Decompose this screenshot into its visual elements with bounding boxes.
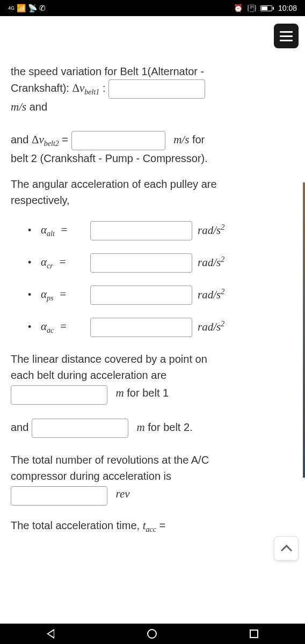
status-bar: 4G 📶 📡 ✆ ⏰ 📳 10:08 (0, 0, 305, 16)
row-alpha-ac: • αac = rad/s2 (28, 318, 294, 337)
navigation-bar (0, 624, 305, 644)
nav-recent-button[interactable] (250, 630, 258, 638)
text-colon: : (103, 82, 108, 94)
network-indicator: 4G (8, 5, 14, 11)
unit-ms-1: m/s (11, 100, 26, 113)
input-alpha-ps[interactable] (90, 286, 192, 305)
bullet-icon: • (28, 288, 41, 302)
delta-v-belt2-symbol: Δvbelt2 (32, 133, 59, 146)
input-alpha-alt[interactable] (90, 221, 192, 240)
text-equals-1: = (62, 134, 71, 145)
text-for-belt1: for belt 1 (127, 387, 169, 399)
unit-rads2-ac: rad/s2 (198, 318, 224, 336)
alpha-ps-label: αps = (41, 286, 90, 304)
text-angular-1: The angular acceleration of each pulley … (11, 178, 217, 190)
alpha-cr-label: αcr = (41, 254, 90, 272)
input-alpha-cr[interactable] (90, 253, 192, 273)
text-crankshaft: Crankshaft): (11, 82, 72, 94)
text-rev-2: compressor during acceleration is (11, 470, 171, 482)
alarm-icon: ⏰ (234, 4, 243, 12)
input-revolutions[interactable] (11, 486, 107, 506)
alpha-alt-label: αalt = (41, 222, 90, 239)
text-for-belt2: for belt 2. (148, 421, 192, 433)
unit-rev: rev (116, 487, 130, 500)
text-for-1: for (192, 134, 205, 145)
text-and-3: and (11, 421, 32, 433)
paragraph-revolutions: The total number of revolutions at the A… (11, 452, 294, 506)
text-tacc: The total acceleration time, (11, 519, 143, 531)
text-linear-1: The linear distance covered by a point o… (11, 353, 207, 365)
menu-button[interactable] (274, 24, 299, 48)
tacc-symbol: tacc (143, 519, 156, 532)
paragraph-angular: The angular acceleration of each pulley … (11, 176, 294, 208)
clock-time: 10:08 (278, 4, 297, 12)
row-alpha-ps: • αps = rad/s2 (28, 286, 294, 305)
status-right: ⏰ 📳 10:08 (234, 4, 297, 12)
bullet-icon: • (28, 223, 41, 238)
paragraph-belt1: the speed variation for Belt 1(Alternato… (11, 63, 294, 116)
text-and-2: and (11, 134, 32, 145)
unit-ms-2: m/s (173, 133, 189, 146)
wifi-icon: 📡 (28, 4, 37, 12)
paragraph-tacc: The total acceleration time, tacc = (11, 517, 294, 535)
text-angular-2: respectively, (11, 194, 70, 206)
input-dv-belt2[interactable] (71, 131, 165, 150)
unit-rads2-alt: rad/s2 (198, 222, 224, 239)
unit-rads2-ps: rad/s2 (198, 286, 224, 304)
bullet-icon: • (28, 255, 41, 270)
paragraph-dist-belt2: and m for belt 2. (11, 419, 294, 438)
nav-back-button[interactable] (47, 629, 54, 639)
row-alpha-alt: • αalt = rad/s2 (28, 221, 294, 240)
main-content: the speed variation for Belt 1(Alternato… (0, 16, 305, 624)
paragraph-belt2: and Δvbelt2 = m/s for belt 2 (Crankshaft… (11, 131, 294, 166)
text-and-1: and (30, 101, 47, 113)
unit-m-belt2: m (137, 421, 145, 434)
alpha-ac-label: αac = (41, 318, 90, 336)
signal-icon: 📶 (17, 4, 26, 12)
text-equals-2: = (159, 519, 166, 531)
bullet-icon: • (28, 320, 41, 334)
input-dv-belt1[interactable] (108, 79, 205, 99)
text-linear-2: each belt during acceleration are (11, 369, 166, 381)
text-belt2-desc: belt 2 (Crankshaft - Pump - Compressor). (11, 152, 208, 164)
scroll-to-top-button[interactable] (274, 536, 299, 561)
unit-m-belt1: m (116, 386, 124, 399)
whatsapp-icon: ✆ (39, 4, 46, 12)
text-rev-1: The total number of revolutions at the A… (11, 454, 209, 466)
delta-v-belt1-symbol: ΔΔvvbelt1 (72, 82, 99, 94)
battery-icon (260, 5, 274, 11)
background-edge (303, 182, 305, 478)
input-alpha-ac[interactable] (90, 318, 192, 337)
input-dist-belt1[interactable] (11, 385, 107, 405)
unit-rads2-cr: rad/s2 (198, 254, 224, 272)
status-left: 4G 📶 📡 ✆ (8, 4, 46, 12)
input-dist-belt2[interactable] (32, 419, 128, 438)
vibrate-icon: 📳 (247, 4, 256, 12)
row-alpha-cr: • αcr = rad/s2 (28, 253, 294, 273)
nav-home-button[interactable] (147, 629, 157, 639)
text-belt1-intro: the speed variation for Belt 1(Alternato… (11, 65, 204, 77)
paragraph-linear-dist: The linear distance covered by a point o… (11, 351, 294, 405)
